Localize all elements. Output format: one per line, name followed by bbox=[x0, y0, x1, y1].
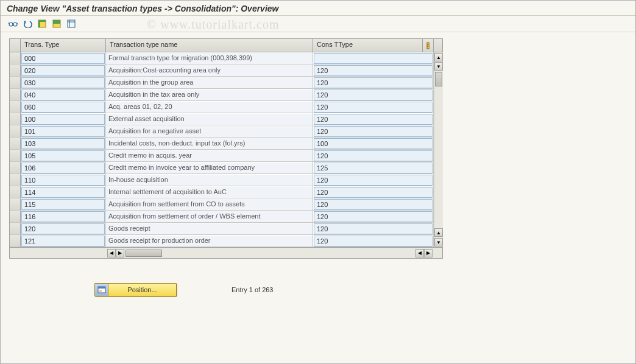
trans-name-cell: Acq. areas 01, 02, 20 bbox=[106, 102, 313, 113]
table-config-button[interactable] bbox=[423, 39, 434, 52]
cons-ttype-input[interactable] bbox=[314, 65, 433, 76]
column-header-type-name[interactable]: Transaction type name bbox=[106, 39, 313, 52]
row-selector[interactable] bbox=[10, 52, 21, 64]
trans-name-cell: Credit memo in acquis. year bbox=[106, 150, 313, 161]
row-selector[interactable] bbox=[10, 186, 21, 198]
table-header: Trans. Type Transaction type name Cons T… bbox=[10, 39, 442, 52]
table-row: Acquisition in the tax area only bbox=[10, 89, 434, 101]
cons-ttype-input[interactable] bbox=[314, 175, 433, 186]
select-block-button[interactable] bbox=[51, 18, 63, 29]
row-selector[interactable] bbox=[10, 150, 21, 161]
row-selector[interactable] bbox=[10, 138, 21, 149]
h-scroll-left-button-right[interactable]: ◀ bbox=[415, 249, 424, 257]
row-selector[interactable] bbox=[10, 198, 21, 210]
undo-button[interactable] bbox=[21, 18, 34, 29]
trans-type-input[interactable] bbox=[21, 187, 105, 198]
table-row: Credit memo in invoice year to affiliate… bbox=[10, 162, 434, 174]
table-row: External asset acquisition bbox=[10, 113, 434, 125]
table-row: Acquisition from settlement from CO to a… bbox=[10, 198, 434, 211]
cons-ttype-input[interactable] bbox=[314, 77, 433, 88]
trans-name-cell: Goods receipt bbox=[106, 223, 313, 234]
table-row: Incidental costs, non-deduct. input tax … bbox=[10, 138, 434, 150]
table-row: Goods receipt bbox=[10, 223, 434, 235]
row-selector[interactable] bbox=[10, 211, 21, 222]
trans-type-input[interactable] bbox=[21, 163, 105, 173]
cons-ttype-input[interactable] bbox=[314, 150, 433, 161]
select-all-button[interactable] bbox=[36, 18, 48, 29]
column-header-trans-type[interactable]: Trans. Type bbox=[21, 39, 106, 52]
trans-name-cell: Incidental costs, non-deduct. input tax … bbox=[106, 138, 313, 149]
position-button-label: Position... bbox=[108, 286, 176, 293]
scroll-up-button[interactable]: ▲ bbox=[434, 53, 443, 61]
cons-ttype-input[interactable] bbox=[314, 126, 433, 137]
cons-ttype-input[interactable] bbox=[314, 187, 433, 198]
trans-name-cell: External asset acquisition bbox=[106, 114, 313, 125]
cons-ttype-input[interactable] bbox=[314, 114, 433, 125]
row-selector[interactable] bbox=[10, 174, 21, 186]
row-selector[interactable] bbox=[10, 113, 21, 125]
svg-rect-19 bbox=[99, 290, 102, 292]
row-selector[interactable] bbox=[10, 125, 21, 137]
table-row: Internal settlement of acquisition to Au… bbox=[10, 186, 434, 198]
scroll-up-button-bottom[interactable]: ▲ bbox=[434, 228, 443, 237]
page-title: Change View "Asset transaction types -> … bbox=[1, 1, 635, 16]
undo-icon bbox=[23, 19, 32, 28]
trans-name-cell: Formal transctn type for migration (000,… bbox=[106, 53, 313, 64]
h-scroll-left-button[interactable]: ◀ bbox=[107, 249, 116, 257]
select-all-icon bbox=[38, 19, 46, 28]
h-scroll-right-button-right[interactable]: ▶ bbox=[424, 249, 433, 257]
row-selector[interactable] bbox=[10, 162, 21, 173]
trans-type-input[interactable] bbox=[21, 65, 105, 76]
scroll-thumb[interactable] bbox=[435, 72, 442, 86]
cons-ttype-input[interactable] bbox=[314, 53, 433, 64]
row-selector[interactable] bbox=[10, 65, 21, 76]
row-selector[interactable] bbox=[10, 101, 21, 113]
cons-ttype-input[interactable] bbox=[314, 138, 433, 149]
cons-ttype-input[interactable] bbox=[314, 236, 433, 247]
trans-name-cell: Goods receipt for production order bbox=[106, 236, 313, 247]
other-view-button[interactable] bbox=[7, 18, 19, 29]
cons-ttype-input[interactable] bbox=[314, 223, 433, 234]
row-selector[interactable] bbox=[10, 77, 21, 88]
h-scroll-right-button[interactable]: ▶ bbox=[116, 249, 124, 257]
cons-ttype-input[interactable] bbox=[314, 89, 433, 100]
row-selector[interactable] bbox=[10, 235, 21, 247]
trans-type-input[interactable] bbox=[21, 175, 105, 186]
trans-name-cell: Acquisition from settlement from CO to a… bbox=[106, 199, 313, 210]
deselect-icon bbox=[67, 19, 76, 28]
table-row: In-house acquisition bbox=[10, 174, 434, 186]
trans-type-input[interactable] bbox=[21, 211, 105, 222]
select-block-icon bbox=[52, 19, 61, 28]
trans-type-input[interactable] bbox=[21, 223, 105, 234]
cons-ttype-input[interactable] bbox=[314, 102, 433, 113]
cons-ttype-input[interactable] bbox=[314, 199, 433, 210]
vertical-scrollbar[interactable]: ▲ ▼ ▲ ▼ bbox=[434, 52, 443, 247]
cons-ttype-input[interactable] bbox=[314, 211, 433, 222]
trans-type-input[interactable] bbox=[21, 114, 105, 125]
trans-type-input[interactable] bbox=[21, 89, 105, 100]
cons-ttype-input[interactable] bbox=[314, 163, 433, 173]
trans-type-input[interactable] bbox=[21, 126, 105, 137]
row-selector[interactable] bbox=[10, 89, 21, 100]
glasses-icon bbox=[8, 19, 18, 28]
row-selector-header[interactable] bbox=[10, 39, 21, 52]
deselect-all-button[interactable] bbox=[65, 18, 77, 29]
trans-name-cell: Acquisition from settlement of order / W… bbox=[106, 211, 313, 222]
trans-type-input[interactable] bbox=[21, 77, 105, 88]
trans-type-input[interactable] bbox=[21, 138, 105, 149]
h-scroll-thumb[interactable] bbox=[125, 250, 162, 257]
trans-type-input[interactable] bbox=[21, 150, 105, 161]
trans-name-cell: Credit memo in invoice year to affiliate… bbox=[106, 163, 313, 173]
svg-rect-13 bbox=[427, 43, 429, 49]
column-header-cons-ttype[interactable]: Cons TType bbox=[313, 39, 423, 52]
trans-type-input[interactable] bbox=[21, 236, 105, 247]
scroll-down-button[interactable]: ▼ bbox=[434, 62, 443, 71]
scroll-down-button-bottom[interactable]: ▼ bbox=[434, 238, 443, 247]
toolbar bbox=[1, 16, 635, 32]
position-button[interactable]: Position... bbox=[94, 283, 177, 296]
row-selector[interactable] bbox=[10, 223, 21, 234]
horizontal-scrollbar: ◀ ▶ ◀ ▶ bbox=[10, 247, 442, 258]
trans-type-input[interactable] bbox=[21, 199, 105, 210]
trans-type-input[interactable] bbox=[21, 53, 105, 64]
trans-type-input[interactable] bbox=[21, 102, 105, 113]
